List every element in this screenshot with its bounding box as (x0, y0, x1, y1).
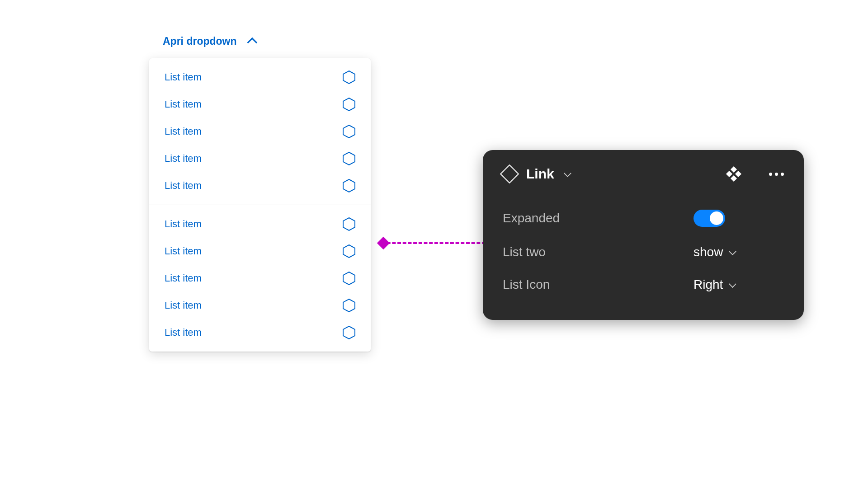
prop-list-two: List two show (503, 236, 784, 268)
list-item-label: List item (165, 300, 202, 311)
chevron-down-icon (729, 280, 736, 288)
list-item-label: List item (165, 272, 202, 284)
dropdown-panel: List item List item List item List item (149, 58, 371, 352)
list-item-label: List item (165, 99, 202, 110)
svg-marker-0 (343, 71, 355, 84)
list-item[interactable]: List item (149, 64, 371, 91)
hexagon-icon (343, 125, 355, 138)
panel-header: Link (503, 166, 784, 182)
dropdown-component: Apri dropdown List item List item List i… (149, 32, 371, 352)
svg-marker-3 (343, 152, 355, 165)
svg-marker-8 (343, 299, 355, 312)
list-item[interactable]: List item (149, 211, 371, 238)
list-item[interactable]: List item (149, 91, 371, 118)
list-item[interactable]: List item (149, 145, 371, 172)
chevron-down-icon (729, 248, 736, 255)
select-list-two[interactable]: show (693, 245, 784, 259)
list-item-label: List item (165, 126, 202, 137)
list-item[interactable]: List item (149, 238, 371, 265)
prop-label: Expanded (503, 211, 560, 225)
list-item[interactable]: List item (149, 172, 371, 199)
prop-list-icon: List Icon Right (503, 268, 784, 301)
dropdown-group-1: List item List item List item List item (149, 58, 371, 205)
list-item[interactable]: List item (149, 118, 371, 145)
component-icon (500, 164, 519, 183)
toggle-knob (710, 211, 723, 225)
svg-marker-6 (343, 245, 355, 258)
prop-value: Right (693, 277, 723, 292)
hexagon-icon (343, 299, 355, 312)
svg-marker-1 (343, 98, 355, 111)
svg-marker-4 (343, 179, 355, 192)
hexagon-icon (343, 244, 355, 258)
dropdown-trigger[interactable]: Apri dropdown (149, 32, 371, 58)
more-icon[interactable] (769, 173, 784, 176)
list-item-label: List item (165, 245, 202, 257)
svg-marker-7 (343, 272, 355, 285)
chevron-down-icon[interactable] (564, 169, 571, 177)
prop-label: List two (503, 245, 546, 259)
list-item[interactable]: List item (149, 265, 371, 292)
hexagon-icon (343, 98, 355, 111)
svg-marker-2 (343, 125, 355, 138)
list-item-label: List item (165, 71, 202, 83)
hexagon-icon (343, 70, 355, 84)
list-item-label: List item (165, 327, 202, 338)
prop-label: List Icon (503, 277, 550, 292)
list-item[interactable]: List item (149, 292, 371, 319)
list-item[interactable]: List item (149, 319, 371, 346)
list-item-label: List item (165, 153, 202, 164)
list-item-label: List item (165, 180, 202, 192)
toggle-expanded[interactable] (693, 210, 725, 227)
hexagon-icon (343, 179, 355, 192)
prop-value: show (693, 245, 723, 259)
properties-panel: Link Expanded List two show List Icon Ri… (483, 150, 804, 320)
hexagon-icon (343, 152, 355, 165)
dropdown-group-2: List item List item List item List item (149, 205, 371, 352)
list-item-label: List item (165, 218, 202, 230)
hexagon-icon (343, 272, 355, 285)
variants-grid-icon[interactable] (727, 168, 740, 180)
panel-title: Link (526, 166, 554, 182)
svg-marker-5 (343, 218, 355, 230)
hexagon-icon (343, 326, 355, 339)
connector-line (382, 242, 486, 244)
select-list-icon[interactable]: Right (693, 277, 784, 292)
svg-marker-9 (343, 326, 355, 339)
dropdown-trigger-label: Apri dropdown (163, 35, 237, 47)
prop-expanded: Expanded (503, 201, 784, 236)
chevron-up-icon (247, 37, 257, 47)
hexagon-icon (343, 217, 355, 231)
